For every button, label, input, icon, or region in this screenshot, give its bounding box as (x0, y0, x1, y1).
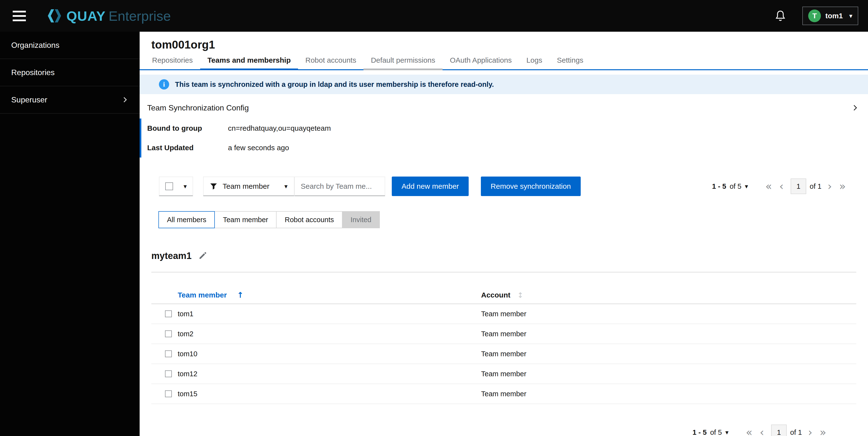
filter-tab-invited[interactable]: Invited (342, 211, 380, 228)
last-page-button[interactable]: » (836, 181, 849, 192)
previous-page-button[interactable]: ‹ (775, 181, 787, 192)
members-table: Team member ↑ Account ↕ tom1 Team member… (151, 287, 856, 404)
member-account: Team member (481, 390, 856, 398)
row-checkbox[interactable] (165, 330, 172, 337)
caret-down-icon: ▾ (725, 429, 728, 436)
user-menu[interactable]: T tom1 ▾ (802, 7, 858, 25)
filter-tab-robot-accounts[interactable]: Robot accounts (276, 211, 342, 228)
sync-row-last-updated: Last Updated a few seconds ago (147, 138, 868, 158)
tab-logs[interactable]: Logs (519, 53, 550, 69)
filter-tab-all-members[interactable]: All members (158, 211, 215, 228)
top-header: QUAY Enterprise T tom1 ▾ (0, 0, 868, 32)
sidebar-item-label: Superuser (11, 95, 48, 104)
column-header-team-member[interactable]: Team member ↑ (178, 291, 481, 300)
page-number-input[interactable] (790, 178, 806, 194)
tab-default-permissions[interactable]: Default permissions (364, 53, 442, 69)
add-new-member-button[interactable]: Add new member (392, 176, 469, 196)
pagination-range: 1 - 5 (712, 182, 726, 191)
filter-selected-label: Team member (223, 182, 270, 191)
caret-down-icon: ▾ (849, 12, 852, 20)
pencil-icon (198, 251, 207, 260)
sidebar: Organizations Repositories Superuser (0, 32, 140, 436)
member-account: Team member (481, 370, 856, 378)
search-input[interactable] (294, 176, 385, 196)
member-account: Team member (481, 330, 856, 338)
quay-logo-icon (46, 8, 62, 23)
sidebar-item-repositories[interactable]: Repositories (0, 59, 140, 86)
filter-tab-team-member[interactable]: Team member (214, 211, 277, 228)
team-sync-config-header[interactable]: Team Synchronization Config (147, 100, 859, 115)
caret-down-icon: ▾ (184, 182, 187, 190)
page-title: tom001org1 (151, 38, 868, 51)
sidebar-item-superuser[interactable]: Superuser (0, 86, 140, 114)
filter-type-dropdown[interactable]: Team member ▾ (203, 176, 294, 196)
caret-down-icon: ▾ (745, 182, 748, 190)
sidebar-item-label: Repositories (11, 68, 55, 77)
member-filter-group: All members Team member Robot accounts I… (159, 211, 868, 228)
tab-teams-and-membership[interactable]: Teams and membership (200, 53, 298, 69)
pagination-menu-toggle[interactable]: 1 - 5 of 5 ▾ (692, 429, 728, 436)
sort-ascending-icon: ↑ (237, 291, 244, 300)
team-name-row: myteam1 (151, 251, 868, 261)
caret-down-icon: ▾ (284, 182, 287, 190)
alert-text: This team is synchronized with a group i… (175, 80, 494, 89)
info-alert: i This team is synchronized with a group… (140, 75, 868, 94)
edit-team-name-button[interactable] (198, 251, 207, 261)
logo-secondary-text: Enterprise (108, 8, 171, 24)
next-page-button[interactable]: › (804, 427, 816, 436)
member-account: Team member (481, 350, 856, 358)
tab-oauth-applications[interactable]: OAuth Applications (442, 53, 519, 69)
page-number-input[interactable] (771, 425, 787, 436)
chevron-right-icon (122, 96, 128, 103)
pagination-nav: « ‹ of 1 › » (742, 425, 830, 436)
remove-synchronization-button[interactable]: Remove synchronization (481, 176, 581, 196)
table-row: tom15 Team member (151, 384, 856, 404)
row-checkbox[interactable] (165, 350, 172, 357)
sync-row-label: Last Updated (147, 144, 228, 152)
sync-row-label: Bound to group (147, 124, 228, 132)
table-row: tom12 Team member (151, 364, 856, 384)
main-content: tom001org1 Repositories Teams and member… (140, 32, 868, 436)
pagination-range: 1 - 5 (692, 429, 707, 436)
member-name: tom2 (178, 330, 481, 338)
info-icon: i (159, 79, 169, 90)
bulk-select-checkbox[interactable] (165, 182, 173, 190)
chevron-right-icon (851, 104, 859, 111)
previous-page-button[interactable]: ‹ (756, 427, 768, 436)
sort-icon: ↕ (517, 291, 523, 299)
sidebar-item-organizations[interactable]: Organizations (0, 32, 140, 59)
table-header-row: Team member ↑ Account ↕ (151, 287, 856, 304)
tab-settings[interactable]: Settings (550, 53, 590, 69)
team-sync-config-title: Team Synchronization Config (147, 103, 249, 112)
member-name: tom12 (178, 370, 481, 378)
first-page-button[interactable]: « (762, 181, 776, 192)
row-checkbox[interactable] (165, 370, 172, 377)
pagination-top: 1 - 5 of 5 ▾ « ‹ of 1 › » (712, 178, 849, 194)
logo-primary-text: QUAY (66, 8, 106, 24)
notification-bell-icon[interactable] (774, 9, 787, 22)
sidebar-item-label: Organizations (11, 41, 59, 50)
filter-icon (210, 182, 217, 190)
row-checkbox[interactable] (165, 310, 172, 317)
quay-logo[interactable]: QUAY Enterprise (46, 8, 171, 24)
table-row: tom1 Team member (151, 304, 856, 324)
page-count-label: of 1 (790, 429, 802, 436)
tab-robot-accounts[interactable]: Robot accounts (298, 53, 364, 69)
bulk-select-dropdown[interactable]: ▾ (159, 176, 193, 196)
avatar: T (808, 9, 821, 22)
team-name: myteam1 (151, 251, 192, 261)
pagination-nav: « ‹ of 1 › » (762, 178, 849, 194)
sync-row-value: a few seconds ago (228, 144, 289, 152)
row-checkbox[interactable] (165, 391, 172, 397)
member-name: tom10 (178, 350, 481, 358)
table-row: tom2 Team member (151, 324, 856, 344)
pagination-menu-toggle[interactable]: 1 - 5 of 5 ▾ (712, 182, 748, 191)
column-header-account[interactable]: Account ↕ (481, 291, 856, 299)
last-page-button[interactable]: » (816, 427, 830, 436)
first-page-button[interactable]: « (742, 427, 756, 436)
page-count-label: of 1 (810, 182, 822, 191)
next-page-button[interactable]: › (824, 181, 836, 192)
tab-bar: Repositories Teams and membership Robot … (140, 53, 868, 70)
tab-repositories[interactable]: Repositories (145, 53, 200, 69)
hamburger-menu-button[interactable] (13, 7, 30, 25)
